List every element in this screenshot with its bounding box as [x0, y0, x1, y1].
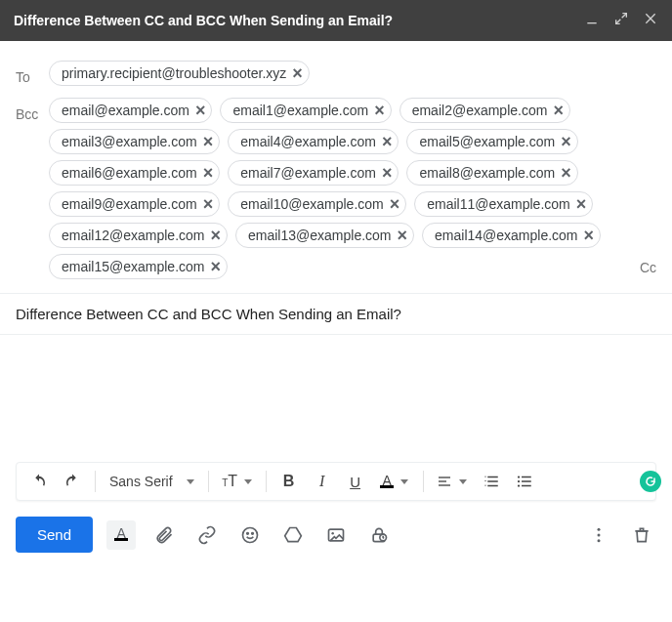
- recipient-chip[interactable]: email6@example.com×: [49, 160, 220, 186]
- remove-chip-icon[interactable]: ×: [576, 197, 587, 211]
- send-bar: Send A: [0, 513, 672, 568]
- toolbar-separator: [266, 471, 267, 492]
- recipient-chip[interactable]: email7@example.com×: [228, 160, 399, 186]
- recipient-chip[interactable]: email2@example.com×: [399, 98, 570, 123]
- recipient-email: email15@example.com: [62, 259, 205, 274]
- attach-file-icon[interactable]: [149, 520, 179, 550]
- remove-chip-icon[interactable]: ×: [203, 135, 214, 148]
- chevron-down-icon: [244, 479, 252, 484]
- recipient-email: email5@example.com: [419, 134, 555, 149]
- formatting-toolbar: Sans Serif TT B I U A: [16, 462, 656, 501]
- send-button[interactable]: Send: [16, 517, 93, 553]
- window-title: Difference Between CC and BCC When Sendi…: [14, 13, 584, 28]
- recipient-email: email4@example.com: [240, 134, 376, 149]
- remove-chip-icon[interactable]: ×: [561, 166, 571, 180]
- recipient-email: email@example.com: [62, 103, 189, 118]
- recipient-email: email1@example.com: [232, 103, 368, 118]
- recipient-chip[interactable]: email1@example.com×: [220, 98, 391, 123]
- recipient-chip[interactable]: primary.recipient@troubleshooter.xyz×: [49, 61, 310, 86]
- recipient-chip[interactable]: email5@example.com×: [406, 129, 577, 154]
- svg-point-20: [598, 539, 601, 542]
- recipient-chip[interactable]: email13@example.com×: [235, 223, 414, 248]
- to-chips: primary.recipient@troubleshooter.xyz×: [49, 61, 656, 86]
- svg-point-9: [517, 480, 519, 482]
- recipient-email: email9@example.com: [62, 196, 197, 212]
- recipient-chip[interactable]: email12@example.com×: [49, 223, 228, 248]
- remove-chip-icon[interactable]: ×: [203, 197, 214, 211]
- recipient-email: email11@example.com: [427, 196, 570, 212]
- remove-chip-icon[interactable]: ×: [398, 228, 408, 242]
- recipient-chip[interactable]: email15@example.com×: [49, 254, 228, 279]
- remove-chip-icon[interactable]: ×: [374, 104, 385, 117]
- recipient-email: email3@example.com: [62, 134, 197, 149]
- insert-link-icon[interactable]: [192, 520, 222, 550]
- formatting-options-button[interactable]: A: [106, 520, 136, 550]
- subject-field[interactable]: Difference Between CC and BCC When Sendi…: [0, 294, 672, 335]
- recipient-chip[interactable]: email4@example.com×: [228, 129, 399, 154]
- remove-chip-icon[interactable]: ×: [382, 135, 393, 148]
- recipient-email: primary.recipient@troubleshooter.xyz: [62, 65, 286, 81]
- svg-point-11: [243, 527, 258, 542]
- minimize-icon[interactable]: [584, 11, 600, 30]
- underline-button[interactable]: U: [341, 467, 370, 496]
- bcc-label: Bcc: [16, 98, 49, 122]
- discard-draft-icon[interactable]: [627, 520, 656, 550]
- bcc-chips: email@example.com×email1@example.com×ema…: [49, 98, 632, 279]
- grammarly-icon[interactable]: [640, 471, 661, 492]
- more-options-icon[interactable]: [584, 520, 613, 550]
- insert-emoji-icon[interactable]: [235, 520, 265, 550]
- remove-chip-icon[interactable]: ×: [382, 166, 393, 180]
- font-family-label: Sans Serif: [109, 474, 173, 489]
- undo-icon[interactable]: [24, 467, 54, 496]
- chevron-down-icon: [400, 479, 408, 484]
- expand-icon[interactable]: [613, 11, 629, 30]
- recipient-email: email8@example.com: [419, 165, 555, 181]
- italic-button[interactable]: I: [308, 467, 337, 496]
- remove-chip-icon[interactable]: ×: [203, 166, 214, 180]
- recipient-chip[interactable]: email@example.com×: [49, 98, 212, 123]
- close-icon[interactable]: [643, 11, 658, 30]
- recipient-chip[interactable]: email9@example.com×: [49, 191, 220, 217]
- svg-line-2: [616, 20, 621, 24]
- svg-point-13: [252, 532, 254, 534]
- recipient-email: email2@example.com: [412, 103, 548, 118]
- chevron-down-icon: [187, 479, 194, 484]
- numbered-list-button[interactable]: [477, 467, 506, 496]
- to-field-row[interactable]: To primary.recipient@troubleshooter.xyz×: [0, 55, 672, 92]
- svg-point-12: [247, 532, 249, 534]
- recipient-email: email14@example.com: [435, 228, 578, 243]
- remove-chip-icon[interactable]: ×: [195, 104, 206, 117]
- svg-point-15: [331, 532, 334, 535]
- bold-button[interactable]: B: [274, 467, 304, 496]
- align-button[interactable]: [432, 467, 473, 496]
- confidential-mode-icon[interactable]: [364, 520, 394, 550]
- recipient-chip[interactable]: email10@example.com×: [228, 191, 406, 217]
- recipient-email: email6@example.com: [62, 165, 197, 181]
- svg-point-10: [517, 484, 519, 486]
- toolbar-separator: [423, 471, 424, 492]
- message-body[interactable]: [0, 335, 672, 462]
- font-size-select[interactable]: TT: [217, 467, 258, 496]
- remove-chip-icon[interactable]: ×: [211, 228, 222, 242]
- insert-photo-icon[interactable]: [321, 520, 351, 550]
- recipient-chip[interactable]: email3@example.com×: [49, 129, 220, 154]
- insert-drive-icon[interactable]: [278, 520, 308, 550]
- recipient-email: email12@example.com: [62, 228, 205, 243]
- font-family-select[interactable]: Sans Serif: [104, 467, 200, 496]
- bulleted-list-button[interactable]: [510, 467, 539, 496]
- recipient-chip[interactable]: email8@example.com×: [406, 160, 577, 186]
- recipient-chip[interactable]: email14@example.com×: [422, 223, 601, 248]
- svg-point-19: [598, 533, 601, 536]
- recipient-email: email7@example.com: [240, 165, 376, 181]
- remove-chip-icon[interactable]: ×: [292, 66, 303, 80]
- redo-icon[interactable]: [58, 467, 87, 496]
- remove-chip-icon[interactable]: ×: [211, 260, 222, 273]
- text-color-button[interactable]: A: [374, 467, 415, 496]
- remove-chip-icon[interactable]: ×: [390, 197, 400, 211]
- recipient-chip[interactable]: email11@example.com×: [414, 191, 593, 217]
- add-cc-button[interactable]: Cc: [632, 260, 656, 279]
- remove-chip-icon[interactable]: ×: [584, 228, 595, 242]
- remove-chip-icon[interactable]: ×: [553, 104, 564, 117]
- bcc-field-row[interactable]: Bcc email@example.com×email1@example.com…: [0, 92, 672, 294]
- remove-chip-icon[interactable]: ×: [561, 135, 571, 148]
